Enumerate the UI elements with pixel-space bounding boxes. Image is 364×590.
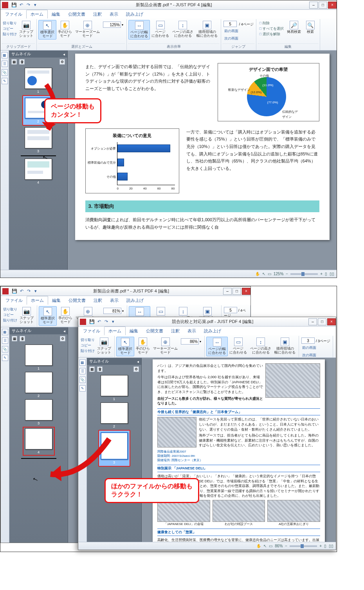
thumbnail-page-3[interactable]: 3 (23, 399, 55, 425)
bookmarks-icon[interactable]: ☰ (79, 368, 86, 374)
tab-home[interactable]: ホーム (104, 327, 126, 335)
panel-close-icon[interactable]: ◂ (63, 329, 65, 333)
hand-mode-button[interactable]: ✋手のひら モード (134, 337, 151, 355)
hand-mode-button[interactable]: ✋手のひら モード (57, 306, 74, 325)
tab-edit[interactable]: 編集 (126, 327, 142, 335)
snapshot-button[interactable]: 📷スナップ ショット (18, 306, 35, 325)
copy-button[interactable]: コピー (81, 343, 95, 348)
tab-home[interactable]: ホーム (27, 296, 48, 305)
tab-readaloud[interactable]: 読み上げ (200, 327, 225, 335)
save-icon[interactable]: 💾 (89, 319, 95, 325)
single-page-icon[interactable]: ▯ (324, 544, 326, 548)
signatures-icon[interactable]: ✎ (2, 355, 8, 361)
thumbnail-page-4[interactable]: 4 (22, 159, 54, 184)
minimize-button[interactable]: – (308, 318, 317, 325)
minimize-button[interactable]: – (223, 288, 232, 295)
signatures-icon[interactable]: ✎ (79, 385, 86, 392)
undo-icon[interactable]: ↶ (19, 289, 24, 294)
standard-select-button[interactable]: ↖標準選択 モード (39, 306, 57, 326)
fit-page-button[interactable]: ▭ ページ に合わせる (150, 20, 171, 39)
minimize-button[interactable]: – (309, 2, 318, 9)
copy-button[interactable]: コピー (3, 26, 17, 31)
search-button[interactable]: 🔍 検索 (303, 20, 318, 35)
thumb-menu-icon[interactable]: ⚙ (60, 336, 65, 341)
maximize-button[interactable]: □ (319, 2, 327, 9)
select-all-button[interactable]: すべてを選択 (259, 26, 284, 31)
copy-button[interactable]: コピー (3, 312, 17, 318)
maximize-button[interactable]: □ (232, 288, 241, 295)
tab-file[interactable]: ファイル (2, 296, 27, 305)
thumb-delete-icon[interactable]: 🗑 (97, 366, 103, 372)
tab-home[interactable]: ホーム (26, 10, 48, 18)
bookmarks-icon[interactable]: ☰ (2, 337, 8, 344)
fit-width-button[interactable]: ↔ ページの幅 に合わせる (128, 20, 150, 40)
bookmarks-icon[interactable]: ☰ (2, 61, 8, 67)
tab-view[interactable]: 表示 (106, 10, 122, 18)
close-button[interactable]: × (242, 288, 250, 295)
tab-official[interactable]: 公開文書 (64, 10, 89, 18)
tab-readaloud[interactable]: 読み上げ (123, 296, 148, 305)
zoom-out-button[interactable]: − (285, 544, 287, 548)
status-arrow-icon[interactable]: ↖ (263, 544, 267, 548)
cut-button[interactable]: 切り取り (3, 307, 17, 312)
thumb-delete-icon[interactable]: 🗑 (20, 336, 25, 341)
next-screen-button[interactable]: 次の画面 (302, 353, 316, 358)
maximize-button[interactable]: □ (318, 318, 326, 325)
tab-edit[interactable]: 編集 (48, 296, 65, 305)
tab-file[interactable]: ファイル (79, 327, 104, 335)
page-input[interactable] (301, 337, 315, 344)
hand-mode-button[interactable]: ✋ 手のひら モード (56, 20, 74, 39)
thumbnail-page-2[interactable]: 2 (23, 372, 55, 398)
standard-select-button[interactable]: ↖標準選択 モード (116, 337, 134, 356)
thumbnails-icon[interactable]: ▦ (79, 359, 86, 366)
panel-close-icon[interactable]: ◂ (63, 52, 65, 56)
chevron-down-icon[interactable]: ▾ (122, 23, 123, 27)
tab-readaloud[interactable]: 読み上げ (122, 10, 147, 18)
close-button[interactable]: × (328, 2, 337, 9)
two-page-icon[interactable]: ▯▯ (329, 544, 333, 548)
close-button[interactable]: × (327, 318, 336, 325)
zoom-input[interactable] (181, 338, 199, 345)
save-icon[interactable]: 💾 (12, 289, 17, 294)
snapshot-button[interactable]: 📷スナップ ショット (96, 337, 113, 355)
zoom-in-button[interactable]: + (319, 544, 322, 548)
fit-height-button[interactable]: ↕ ページの高さ に合わせる (171, 20, 195, 39)
tab-official[interactable]: 公開文書 (142, 327, 167, 335)
easy-search-button[interactable]: 🔎 簡易検索 (285, 20, 303, 35)
fit-width-button[interactable]: ↔ページの幅 に合わせる (206, 337, 228, 356)
zoom-input[interactable] (103, 308, 121, 314)
fit-drawing-button[interactable]: ▣描画領域の 幅に合わせる (273, 337, 297, 355)
qat-dropdown-icon[interactable]: ▾ (110, 319, 116, 325)
prev-screen-button[interactable]: 前の画面 (224, 29, 238, 34)
panel-close-icon[interactable]: ◂ (137, 359, 139, 364)
page-input[interactable] (223, 21, 237, 27)
thumb-grid-icon[interactable]: ▦ (89, 366, 95, 372)
next-screen-button[interactable]: 次の画面 (224, 36, 238, 41)
thumb-grid-icon[interactable]: ▦ (12, 336, 17, 341)
document-view[interactable]: また、デザイン面での希望に対する回答では、「伝統的なデザイン（77%）」が「斬新… (68, 51, 337, 270)
tab-annotate[interactable]: 注釈 (89, 10, 106, 18)
marquee-zoom-button[interactable]: ⊕マーキーズーム モード (151, 337, 179, 355)
chevron-down-icon[interactable]: ▾ (200, 340, 201, 343)
save-icon[interactable]: 💾 (11, 2, 17, 8)
delete-button[interactable]: 削除 (259, 21, 284, 26)
zoom-in-button[interactable]: + (320, 272, 323, 276)
paste-button[interactable]: 貼り付け (3, 318, 17, 323)
thumbnail-page-1[interactable]: 1 (98, 375, 130, 401)
status-rect-icon[interactable]: ▭ (269, 544, 272, 548)
prev-screen-button[interactable]: 前の画面 (302, 345, 316, 350)
tab-annotate[interactable]: 注釈 (167, 327, 184, 335)
tab-file[interactable]: ファイル (1, 10, 26, 18)
thumbnail-page-2[interactable]: 2 (98, 402, 130, 428)
standard-select-button[interactable]: ↖ 標準選択 モード (38, 20, 56, 40)
zoom-slider[interactable] (290, 545, 317, 547)
qat-dropdown-icon[interactable]: ▾ (33, 289, 38, 294)
thumbnails-icon[interactable]: ▦ (2, 329, 8, 335)
attachments-icon[interactable]: 📎 (2, 69, 8, 76)
fit-page-button[interactable]: ▭ページ に合わせる (228, 337, 249, 355)
tab-official[interactable]: 公開文書 (65, 296, 90, 305)
zoom-input[interactable] (103, 22, 121, 28)
redo-icon[interactable]: ↷ (103, 319, 109, 325)
undo-icon[interactable]: ↶ (96, 319, 102, 325)
paste-button[interactable]: 貼り付け (3, 32, 17, 37)
